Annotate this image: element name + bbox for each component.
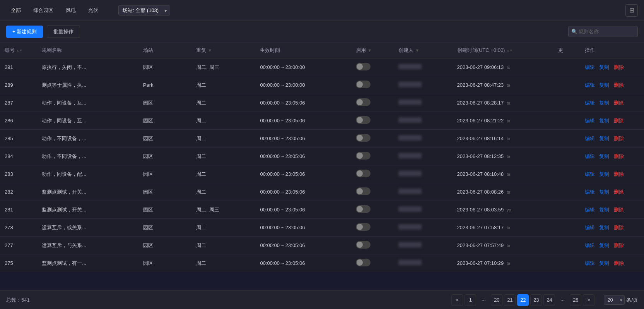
delete-link[interactable]: 删除 [614,189,624,195]
creator-name [398,100,422,105]
edit-link[interactable]: 编辑 [585,225,595,230]
site-select[interactable]: 场站: 全部 (103) [118,5,170,15]
edit-link[interactable]: 编辑 [585,136,595,141]
edit-link[interactable]: 编辑 [585,118,595,124]
page-btn-1[interactable]: 1 [465,294,476,306]
edit-link[interactable]: 编辑 [585,100,595,106]
new-rule-button[interactable]: + 新建规则 [6,26,43,38]
copy-link[interactable]: 复制 [599,242,609,248]
cell-id: 284 [0,148,37,165]
batch-operation-button[interactable]: 批量操作 [47,26,80,38]
cell-creator [394,237,452,254]
page-btn-20[interactable]: 20 [491,294,502,306]
cell-created: 2023-06-27 07:57:49 ta [453,237,553,254]
copy-link[interactable]: 复制 [599,207,609,213]
sort-icon-id[interactable]: ▲▼ [16,49,22,52]
tab-solar[interactable]: 光伏 [84,5,103,16]
edit-link[interactable]: 编辑 [585,242,595,248]
enable-toggle[interactable] [356,205,371,213]
col-header-name: 规则名称 [37,43,138,58]
edit-link[interactable]: 编辑 [585,82,595,88]
tab-all[interactable]: 全部 [6,5,26,16]
cell-creator [394,183,452,201]
enable-toggle[interactable] [356,170,371,177]
edit-link[interactable]: 编辑 [585,153,595,159]
copy-link[interactable]: 复制 [599,171,609,177]
delete-link[interactable]: 删除 [614,64,624,70]
filter-icon-repeat[interactable]: ▼ [208,48,212,53]
filter-icon-enable[interactable]: ▼ [367,48,372,53]
cell-site: 园区 [138,58,192,76]
delete-link[interactable]: 删除 [614,82,624,88]
cell-name: 监测点测试，开关... [37,183,138,201]
copy-link[interactable]: 复制 [599,64,609,70]
next-page-btn[interactable]: > [583,294,594,306]
table-container: 编号 ▲▼ 规则名称 场站 [0,43,644,290]
sort-icon-created[interactable]: ▲▼ [506,49,512,52]
cell-action: 编辑 复制 删除 [580,58,644,76]
prev-page-btn[interactable]: < [451,294,463,306]
cell-created: 2023-06-27 08:47:23 ta [453,76,553,94]
delete-link[interactable]: 删除 [614,242,624,248]
copy-link[interactable]: 复制 [599,225,609,230]
edit-link[interactable]: 编辑 [585,207,595,213]
delete-link[interactable]: 删除 [614,171,624,177]
enable-toggle[interactable] [356,152,371,160]
search-input[interactable] [568,26,638,37]
copy-link[interactable]: 复制 [599,189,609,195]
tab-comprehensive[interactable]: 综合园区 [29,5,58,16]
edit-link[interactable]: 编辑 [585,171,595,177]
page-btn-23[interactable]: 23 [530,294,542,306]
delete-link[interactable]: 删除 [614,153,624,159]
table-row: 281 监测点测试，开关... 园区 周二, 周三 00:00:00 ~ 23:… [0,201,644,219]
cell-created: 2023-06-27 08:16:14 ta [453,130,553,148]
cell-creator [394,76,452,94]
per-page-select-wrap: 10 20 50 100 [604,295,625,305]
enable-toggle[interactable] [356,98,371,106]
delete-link[interactable]: 删除 [614,225,624,230]
copy-link[interactable]: 复制 [599,100,609,106]
copy-link[interactable]: 复制 [599,260,609,266]
delete-link[interactable]: 删除 [614,207,624,213]
enable-toggle[interactable] [356,259,371,266]
edit-link[interactable]: 编辑 [585,260,595,266]
per-page-select[interactable]: 10 20 50 100 [604,295,625,305]
enable-toggle[interactable] [356,223,371,231]
top-bar: 全部 综合园区 风电 光伏 场站: 全部 (103) ⊞ [0,0,644,21]
enable-toggle[interactable] [356,63,371,70]
site-select-wrap: 场站: 全部 (103) [112,5,170,15]
edit-link[interactable]: 编辑 [585,189,595,195]
copy-link[interactable]: 复制 [599,82,609,88]
cell-site: 园区 [138,112,192,130]
cell-more [553,183,580,201]
enable-toggle[interactable] [356,187,371,195]
delete-link[interactable]: 删除 [614,260,624,266]
page-btn-28[interactable]: 28 [570,294,581,306]
cell-action: 编辑 复制 删除 [580,76,644,94]
table-row: 277 运算互斥，与关系... 园区 周二 00:00:00 ~ 23:05:0… [0,237,644,254]
enable-toggle[interactable] [356,81,371,88]
cell-id: 286 [0,112,37,130]
cell-site: 园区 [138,130,192,148]
page-btn-21[interactable]: 21 [504,294,516,306]
copy-link[interactable]: 复制 [599,118,609,124]
edit-link[interactable]: 编辑 [585,64,595,70]
export-icon-btn[interactable]: ⊞ [625,4,638,17]
filter-icon-creator[interactable]: ▼ [415,48,419,53]
enable-toggle[interactable] [356,134,371,142]
page-btn-24[interactable]: 24 [543,294,555,306]
enable-toggle[interactable] [356,116,371,124]
per-page-wrap: 10 20 50 100 条/页 [604,295,638,305]
col-header-time: 生效时间 [255,43,351,58]
delete-link[interactable]: 删除 [614,100,624,106]
delete-link[interactable]: 删除 [614,118,624,124]
col-header-more: 更 [553,43,580,58]
tab-wind[interactable]: 风电 [61,5,80,16]
cell-site: 园区 [138,165,192,183]
copy-link[interactable]: 复制 [599,136,609,141]
copy-link[interactable]: 复制 [599,153,609,159]
delete-link[interactable]: 删除 [614,136,624,141]
table-wrap: 编号 ▲▼ 规则名称 场站 [0,43,644,272]
page-btn-22[interactable]: 22 [517,294,529,306]
enable-toggle[interactable] [356,241,371,249]
